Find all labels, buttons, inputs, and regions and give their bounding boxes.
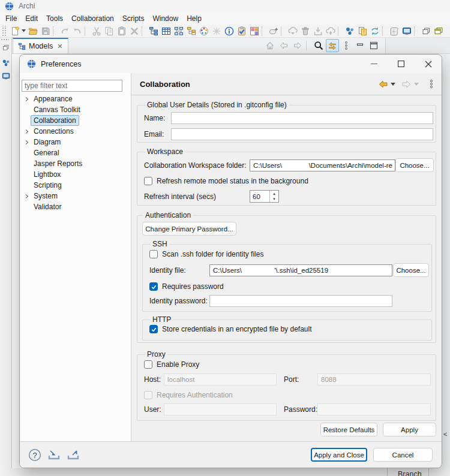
tree-item-diagram[interactable]: Diagram [22,137,122,147]
close-button[interactable] [415,55,442,73]
spinner-down-icon[interactable]: ▼ [270,197,278,203]
refresh-interval-spinner[interactable]: 60 ▲ ▼ [250,190,279,203]
apply-and-close-button[interactable]: Apply and Close [311,448,367,462]
home-icon[interactable] [263,39,277,52]
view-menu-icon[interactable] [340,39,353,52]
tree-item-collaboration[interactable]: Collaboration [22,115,122,126]
console-icon[interactable] [0,70,11,82]
view-menu-icon[interactable] [430,79,433,89]
cascade-windows-icon[interactable] [432,26,445,37]
open-model-icon[interactable] [26,26,39,37]
maximize-button[interactable] [388,55,415,73]
tab-models[interactable]: Models ✕ [13,38,68,53]
validate-icon[interactable] [235,26,248,37]
tree-item-system[interactable]: System [22,191,122,201]
color-grid-icon[interactable] [248,26,260,37]
collapse-panel-chevron[interactable]: < [443,430,447,438]
forward-arrow-icon[interactable] [401,80,412,89]
dropdown-arrow-icon[interactable] [21,29,26,32]
tree-item-appearance[interactable]: Appearance [22,94,122,104]
delete-icon[interactable] [128,26,140,37]
sketch-icon[interactable] [210,26,223,37]
spinner-up-icon[interactable]: ▲ [270,191,278,197]
minimize-view-icon[interactable] [353,39,367,52]
tree-item-canvas-toolkit[interactable]: Canvas Toolkit [22,104,122,115]
nav-back-icon[interactable] [277,39,290,52]
revert-cloud-icon[interactable] [286,26,299,37]
publish-cloud-icon[interactable] [324,26,337,37]
expand-chevron-icon[interactable] [23,195,31,198]
undo-icon[interactable] [58,26,71,37]
help-icon[interactable]: ? [28,448,41,462]
menu-tools[interactable]: Tools [42,13,67,24]
tree-item-lightbox[interactable]: Lightbox [22,169,122,180]
restore-window-icon[interactable] [0,43,11,52]
trash-icon[interactable] [299,26,311,37]
import-model-icon[interactable] [311,26,324,37]
choose-identity-file-button[interactable]: Choose... [393,263,429,277]
enable-proxy-checkbox[interactable] [144,360,152,369]
back-arrow-icon[interactable] [378,80,388,89]
nav-forward-icon[interactable] [291,39,304,52]
menu-file[interactable]: File [1,13,21,24]
restore-window-icon[interactable] [419,26,432,37]
email-field[interactable] [171,128,433,140]
table-view-icon[interactable] [160,26,172,37]
console-icon[interactable] [400,26,413,37]
workspace-folder-field[interactable]: C:\Users\ \Documents\Archi\model-re [250,159,395,171]
sync-teal-icon[interactable] [368,26,381,37]
export-preferences-icon[interactable] [67,450,80,460]
color-wheel-icon[interactable] [197,26,210,37]
tree-item-scripting[interactable]: Scripting [22,180,122,191]
navigator-tree-icon[interactable] [185,26,197,37]
collab-molecule-icon[interactable] [0,57,11,68]
forward-dropdown-icon[interactable] [414,83,419,86]
new-model-icon[interactable] [8,26,21,37]
redo-icon[interactable] [71,26,83,37]
diagram-layout-icon[interactable] [172,26,185,37]
tree-item-validator[interactable]: Validator [22,201,122,212]
copy-icon[interactable] [103,26,115,37]
identity-password-field[interactable] [209,295,392,307]
tree-item-general[interactable]: General [22,147,122,158]
name-field[interactable] [171,112,433,124]
store-credentials-checkbox[interactable] [149,325,158,333]
tree-item-jasper-reports[interactable]: Jasper Reports [22,158,122,169]
rename-icon[interactable] [267,26,280,37]
filter-input[interactable] [22,80,122,92]
menu-window[interactable]: Window [148,13,182,24]
menu-collaboration[interactable]: Collaboration [67,13,118,24]
menu-scripts[interactable]: Scripts [118,13,149,24]
tab-close-icon[interactable]: ✕ [57,43,62,50]
import-preferences-icon[interactable] [47,450,61,460]
expand-chevron-icon[interactable] [23,98,31,101]
save-model-icon[interactable] [39,26,52,37]
menu-help[interactable]: Help [182,13,206,24]
search-icon[interactable] [312,39,325,52]
back-dropdown-icon[interactable] [391,83,395,86]
info-icon[interactable] [223,26,235,37]
menu-edit[interactable]: Edit [21,13,42,24]
expand-chevron-icon[interactable] [23,141,31,144]
requires-password-checkbox[interactable] [149,282,158,291]
maximize-view-icon[interactable] [367,39,380,52]
restore-defaults-button[interactable]: Restore Defaults [320,423,377,436]
expand-chevron-icon[interactable] [23,130,31,133]
choose-folder-button[interactable]: Choose... [395,158,434,172]
paste-icon[interactable] [115,26,128,37]
identity-file-field[interactable]: C:\Users\ '\.ssh\id_ed25519 [209,264,392,276]
tree-item-connections[interactable]: Connections [22,126,122,137]
change-primary-password-button[interactable]: Change Primary Password... [142,222,236,236]
sync-gold-icon[interactable] [326,39,339,52]
scan-ssh-checkbox[interactable] [149,250,158,258]
cancel-button[interactable]: Cancel [373,448,433,462]
model-tree-icon[interactable] [147,26,160,37]
script-icon[interactable] [388,26,400,37]
apply-button[interactable]: Apply [383,423,436,436]
minimize-button[interactable] [361,55,388,73]
group-authentication: Authentication Change Primary Password..… [137,211,436,343]
refresh-background-checkbox[interactable] [144,177,152,185]
cut-icon[interactable] [90,26,103,37]
collab-molecule-icon[interactable] [343,26,356,37]
model-report-icon[interactable] [356,26,368,37]
